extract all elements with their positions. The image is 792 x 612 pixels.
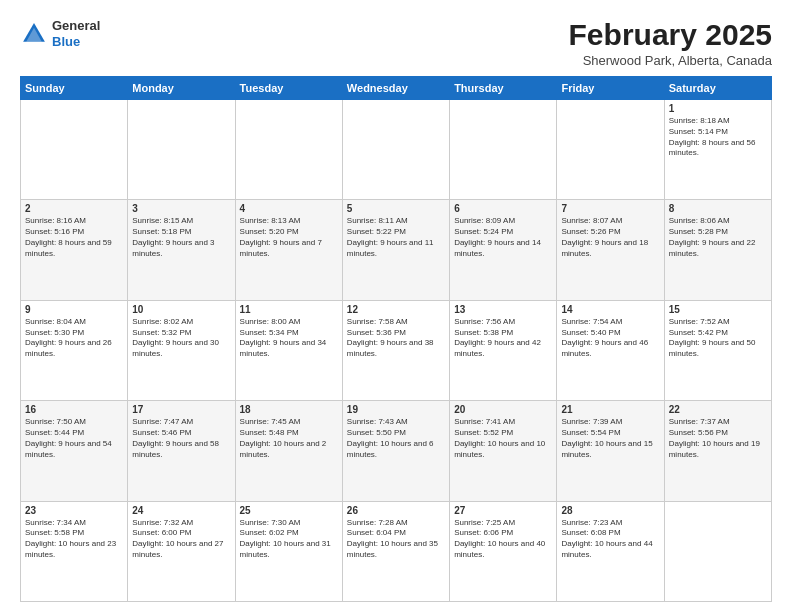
logo-blue: Blue <box>52 34 80 49</box>
logo-general: General <box>52 18 100 33</box>
table-row: 26Sunrise: 7:28 AM Sunset: 6:04 PM Dayli… <box>342 501 449 601</box>
table-row: 23Sunrise: 7:34 AM Sunset: 5:58 PM Dayli… <box>21 501 128 601</box>
month-title: February 2025 <box>569 18 772 51</box>
col-tuesday: Tuesday <box>235 77 342 100</box>
day-number: 27 <box>454 505 552 516</box>
day-number: 19 <box>347 404 445 415</box>
day-number: 4 <box>240 203 338 214</box>
day-number: 1 <box>669 103 767 114</box>
table-row: 12Sunrise: 7:58 AM Sunset: 5:36 PM Dayli… <box>342 300 449 400</box>
day-number: 8 <box>669 203 767 214</box>
day-number: 13 <box>454 304 552 315</box>
day-info: Sunrise: 7:45 AM Sunset: 5:48 PM Dayligh… <box>240 417 338 460</box>
day-number: 14 <box>561 304 659 315</box>
col-wednesday: Wednesday <box>342 77 449 100</box>
day-info: Sunrise: 7:30 AM Sunset: 6:02 PM Dayligh… <box>240 518 338 561</box>
day-info: Sunrise: 8:11 AM Sunset: 5:22 PM Dayligh… <box>347 216 445 259</box>
table-row: 2Sunrise: 8:16 AM Sunset: 5:16 PM Daylig… <box>21 200 128 300</box>
day-info: Sunrise: 8:16 AM Sunset: 5:16 PM Dayligh… <box>25 216 123 259</box>
day-info: Sunrise: 8:07 AM Sunset: 5:26 PM Dayligh… <box>561 216 659 259</box>
day-info: Sunrise: 7:43 AM Sunset: 5:50 PM Dayligh… <box>347 417 445 460</box>
day-number: 6 <box>454 203 552 214</box>
day-info: Sunrise: 7:32 AM Sunset: 6:00 PM Dayligh… <box>132 518 230 561</box>
day-info: Sunrise: 8:13 AM Sunset: 5:20 PM Dayligh… <box>240 216 338 259</box>
day-info: Sunrise: 7:56 AM Sunset: 5:38 PM Dayligh… <box>454 317 552 360</box>
table-row <box>342 100 449 200</box>
day-info: Sunrise: 7:28 AM Sunset: 6:04 PM Dayligh… <box>347 518 445 561</box>
title-block: February 2025 Sherwood Park, Alberta, Ca… <box>569 18 772 68</box>
day-number: 9 <box>25 304 123 315</box>
calendar-week-row: 2Sunrise: 8:16 AM Sunset: 5:16 PM Daylig… <box>21 200 772 300</box>
col-friday: Friday <box>557 77 664 100</box>
day-number: 11 <box>240 304 338 315</box>
day-number: 26 <box>347 505 445 516</box>
table-row: 10Sunrise: 8:02 AM Sunset: 5:32 PM Dayli… <box>128 300 235 400</box>
day-info: Sunrise: 7:41 AM Sunset: 5:52 PM Dayligh… <box>454 417 552 460</box>
table-row: 13Sunrise: 7:56 AM Sunset: 5:38 PM Dayli… <box>450 300 557 400</box>
table-row: 28Sunrise: 7:23 AM Sunset: 6:08 PM Dayli… <box>557 501 664 601</box>
day-info: Sunrise: 8:02 AM Sunset: 5:32 PM Dayligh… <box>132 317 230 360</box>
day-info: Sunrise: 7:58 AM Sunset: 5:36 PM Dayligh… <box>347 317 445 360</box>
day-number: 10 <box>132 304 230 315</box>
day-number: 15 <box>669 304 767 315</box>
calendar-week-row: 16Sunrise: 7:50 AM Sunset: 5:44 PM Dayli… <box>21 401 772 501</box>
table-row: 5Sunrise: 8:11 AM Sunset: 5:22 PM Daylig… <box>342 200 449 300</box>
table-row <box>557 100 664 200</box>
table-row <box>128 100 235 200</box>
table-row: 1Sunrise: 8:18 AM Sunset: 5:14 PM Daylig… <box>664 100 771 200</box>
table-row: 16Sunrise: 7:50 AM Sunset: 5:44 PM Dayli… <box>21 401 128 501</box>
day-info: Sunrise: 7:25 AM Sunset: 6:06 PM Dayligh… <box>454 518 552 561</box>
day-number: 7 <box>561 203 659 214</box>
day-number: 23 <box>25 505 123 516</box>
day-number: 5 <box>347 203 445 214</box>
day-info: Sunrise: 7:47 AM Sunset: 5:46 PM Dayligh… <box>132 417 230 460</box>
table-row: 25Sunrise: 7:30 AM Sunset: 6:02 PM Dayli… <box>235 501 342 601</box>
day-number: 28 <box>561 505 659 516</box>
day-number: 3 <box>132 203 230 214</box>
table-row: 3Sunrise: 8:15 AM Sunset: 5:18 PM Daylig… <box>128 200 235 300</box>
day-info: Sunrise: 7:37 AM Sunset: 5:56 PM Dayligh… <box>669 417 767 460</box>
calendar-header-row: Sunday Monday Tuesday Wednesday Thursday… <box>21 77 772 100</box>
table-row: 15Sunrise: 7:52 AM Sunset: 5:42 PM Dayli… <box>664 300 771 400</box>
table-row: 21Sunrise: 7:39 AM Sunset: 5:54 PM Dayli… <box>557 401 664 501</box>
day-number: 18 <box>240 404 338 415</box>
col-thursday: Thursday <box>450 77 557 100</box>
day-info: Sunrise: 7:52 AM Sunset: 5:42 PM Dayligh… <box>669 317 767 360</box>
day-info: Sunrise: 7:23 AM Sunset: 6:08 PM Dayligh… <box>561 518 659 561</box>
day-info: Sunrise: 8:09 AM Sunset: 5:24 PM Dayligh… <box>454 216 552 259</box>
page: General Blue February 2025 Sherwood Park… <box>0 0 792 612</box>
table-row: 14Sunrise: 7:54 AM Sunset: 5:40 PM Dayli… <box>557 300 664 400</box>
day-info: Sunrise: 8:18 AM Sunset: 5:14 PM Dayligh… <box>669 116 767 159</box>
table-row: 7Sunrise: 8:07 AM Sunset: 5:26 PM Daylig… <box>557 200 664 300</box>
day-info: Sunrise: 7:54 AM Sunset: 5:40 PM Dayligh… <box>561 317 659 360</box>
table-row: 24Sunrise: 7:32 AM Sunset: 6:00 PM Dayli… <box>128 501 235 601</box>
day-number: 12 <box>347 304 445 315</box>
day-number: 2 <box>25 203 123 214</box>
day-number: 22 <box>669 404 767 415</box>
table-row <box>21 100 128 200</box>
day-info: Sunrise: 8:00 AM Sunset: 5:34 PM Dayligh… <box>240 317 338 360</box>
logo-text: General Blue <box>52 18 100 49</box>
day-info: Sunrise: 7:34 AM Sunset: 5:58 PM Dayligh… <box>25 518 123 561</box>
table-row <box>664 501 771 601</box>
calendar-week-row: 1Sunrise: 8:18 AM Sunset: 5:14 PM Daylig… <box>21 100 772 200</box>
table-row: 4Sunrise: 8:13 AM Sunset: 5:20 PM Daylig… <box>235 200 342 300</box>
table-row: 6Sunrise: 8:09 AM Sunset: 5:24 PM Daylig… <box>450 200 557 300</box>
table-row: 9Sunrise: 8:04 AM Sunset: 5:30 PM Daylig… <box>21 300 128 400</box>
day-number: 21 <box>561 404 659 415</box>
table-row: 22Sunrise: 7:37 AM Sunset: 5:56 PM Dayli… <box>664 401 771 501</box>
calendar-table: Sunday Monday Tuesday Wednesday Thursday… <box>20 76 772 602</box>
day-number: 16 <box>25 404 123 415</box>
col-monday: Monday <box>128 77 235 100</box>
table-row: 19Sunrise: 7:43 AM Sunset: 5:50 PM Dayli… <box>342 401 449 501</box>
table-row: 20Sunrise: 7:41 AM Sunset: 5:52 PM Dayli… <box>450 401 557 501</box>
logo-icon <box>20 20 48 48</box>
table-row: 8Sunrise: 8:06 AM Sunset: 5:28 PM Daylig… <box>664 200 771 300</box>
header: General Blue February 2025 Sherwood Park… <box>20 18 772 68</box>
calendar-week-row: 9Sunrise: 8:04 AM Sunset: 5:30 PM Daylig… <box>21 300 772 400</box>
day-info: Sunrise: 8:06 AM Sunset: 5:28 PM Dayligh… <box>669 216 767 259</box>
location-subtitle: Sherwood Park, Alberta, Canada <box>569 53 772 68</box>
day-number: 25 <box>240 505 338 516</box>
logo: General Blue <box>20 18 100 49</box>
day-info: Sunrise: 7:39 AM Sunset: 5:54 PM Dayligh… <box>561 417 659 460</box>
